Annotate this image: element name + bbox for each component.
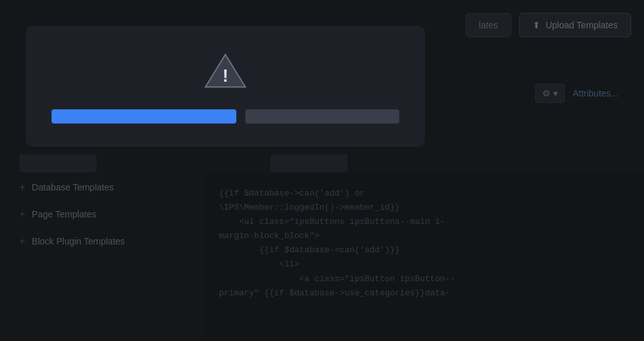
progress-area [52,109,399,124]
progress-bar-inactive [245,109,399,124]
warning-triangle-icon: ! [203,51,248,90]
progress-bar-active [52,109,236,124]
modal-dialog: ! [26,26,425,147]
svg-text:!: ! [222,66,228,86]
modal-overlay: ! [0,0,644,341]
warning-icon-container: ! [52,51,399,90]
